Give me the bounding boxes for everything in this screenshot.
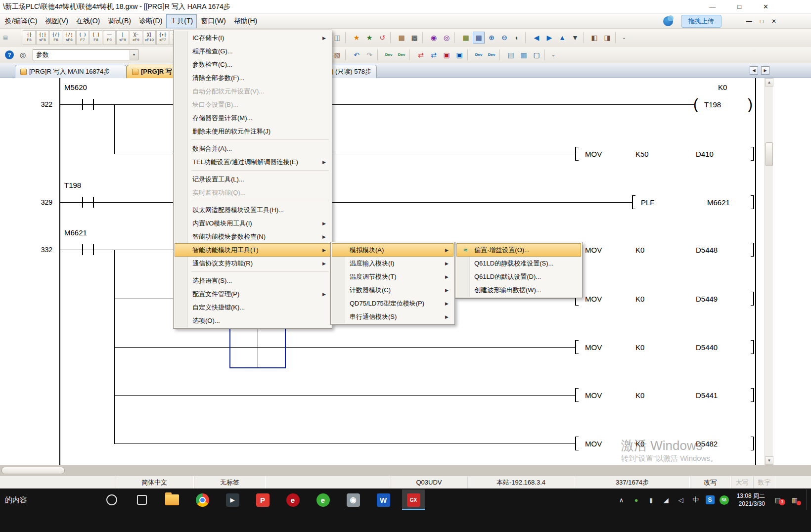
prev-device-icon[interactable]: ▲	[556, 32, 568, 44]
sogou-input-icon[interactable]: S	[706, 495, 715, 504]
device-display-off-icon[interactable]: Dev	[396, 49, 407, 61]
instruction-op[interactable]: PLF	[641, 198, 655, 207]
write-to-plc-icon[interactable]: ⇄	[415, 49, 427, 61]
menu-command[interactable]: Q61LD的静载校准设置(S)...	[456, 257, 581, 270]
menu-bar-item[interactable]: 调试(B)	[104, 14, 135, 28]
contact-symbol[interactable]	[93, 244, 94, 255]
chrome-icon[interactable]	[191, 489, 214, 510]
write-mode-icon[interactable]: ▦	[460, 32, 472, 44]
toolbar-icon[interactable]	[544, 49, 548, 60]
menu-command[interactable]: TEL功能设置/通过调制解调器连接(E) ▶	[175, 155, 331, 169]
combo-dropdown-icon[interactable]: ▼	[130, 50, 138, 60]
toolbar-icon[interactable]	[454, 32, 458, 43]
toolbar-icon[interactable]	[499, 49, 503, 60]
menu-command[interactable]: 记录设置工具(L)...	[175, 173, 331, 186]
media-player-icon[interactable]: ▶	[221, 489, 244, 510]
menu-command[interactable]	[175, 270, 331, 274]
device-list-icon[interactable]: ◎	[441, 32, 452, 44]
instruction-op[interactable]: MOV	[585, 391, 602, 399]
register-favorites-icon[interactable]: ★	[363, 32, 375, 44]
menu-command[interactable]: 实时监视功能(Q)...	[175, 186, 331, 199]
browser-app-icon[interactable]: e	[281, 489, 304, 510]
menu-command[interactable]	[175, 169, 331, 173]
display-screen-icon[interactable]: ▢	[531, 49, 542, 61]
ladder-symbol-button[interactable]: [ ] F8	[90, 30, 102, 45]
toolbar-icon[interactable]	[422, 32, 426, 43]
instruction-op[interactable]: MOV	[585, 150, 602, 158]
menu-command[interactable]: QD75/LD75型定位模块(P) ▶	[332, 297, 453, 310]
menu-command[interactable]: 内置I/O模块用工具(I) ▶	[175, 217, 331, 230]
toolbar-icon[interactable]	[390, 32, 394, 43]
ladder-symbol-button[interactable]: ┤├ F5	[23, 30, 36, 45]
ladder-edit-cursor[interactable]	[229, 325, 286, 368]
toolbar-overflow-icon[interactable]: ⌄	[550, 49, 557, 61]
verify-with-plc-icon[interactable]: ▣	[441, 49, 452, 61]
toolbar-icon[interactable]	[345, 49, 349, 60]
task-view-icon[interactable]	[131, 489, 153, 510]
entry-data-monitor-icon[interactable]: Dev	[486, 49, 497, 61]
device-comment-icon[interactable]: ▩	[408, 32, 420, 44]
contact-symbol[interactable]	[93, 197, 94, 208]
menu-command[interactable]: ≈ 偏置·增益设置(O)...	[456, 243, 581, 257]
menu-command[interactable]: 创建波形输出数据(W)...	[456, 283, 581, 297]
toolbar-icon[interactable]	[467, 49, 471, 60]
menu-command[interactable]	[175, 199, 331, 203]
device-batch-monitor-icon[interactable]: Dev	[473, 49, 485, 61]
tab-scroll-left-icon[interactable]: ◀	[750, 66, 758, 75]
document-tab[interactable]: [PRG]R 写入 MAIN 16874步	[15, 65, 127, 78]
menu-bar-item[interactable]: 换/编译(C)	[1, 14, 41, 28]
drag-upload-button[interactable]: 拖拽上传	[681, 15, 721, 28]
menu-command[interactable]: 智能功能模块用工具(T) ▶	[175, 243, 331, 257]
refresh-icon[interactable]: ↺	[376, 32, 388, 44]
hidden-icons-chevron[interactable]: ∧	[617, 496, 627, 504]
instruction-op[interactable]: MOV	[585, 343, 602, 352]
monitor-mode-icon[interactable]: ▦	[473, 32, 485, 44]
search-box-text[interactable]: 的内容	[2, 495, 27, 505]
toolbar-lead-icon[interactable]: ▤	[2, 32, 9, 44]
note-icon[interactable]: ◨	[601, 32, 613, 44]
ladder-symbol-button[interactable]: ┤/├ F6	[49, 30, 62, 45]
minimize-button[interactable]: —	[709, 3, 716, 10]
ime-language-icon[interactable]: 中	[691, 495, 701, 504]
toolbar-icon[interactable]	[377, 49, 381, 60]
green-browser-icon[interactable]: e	[312, 489, 334, 510]
gx-works2-icon[interactable]: GX	[402, 489, 425, 510]
menu-command[interactable]: 温度调节模块(T) ▶	[332, 270, 453, 283]
zoom-in-icon[interactable]: ⊕	[486, 32, 497, 44]
menu-bar-item[interactable]: 在线(O)	[72, 14, 104, 28]
parameter-combo[interactable]: 参数 ▼	[33, 49, 138, 60]
child-minimize-button[interactable]: —	[746, 18, 752, 25]
coil-device-label[interactable]: T198	[704, 100, 721, 109]
ladder-symbol-button[interactable]: ┤↑├ sF7	[156, 30, 169, 45]
sampling-trace-icon[interactable]: ▤	[505, 49, 517, 61]
toolbar-icon[interactable]	[345, 32, 349, 43]
security-tray-icon[interactable]: ●	[631, 496, 641, 504]
menu-command[interactable]: 存储器容量计算(M)...	[175, 111, 331, 125]
menu-bar-item[interactable]: 工具(T)	[166, 14, 197, 28]
tray-58-icon[interactable]: 58	[720, 495, 729, 505]
program-list-icon[interactable]: ▥	[518, 49, 530, 61]
menu-command[interactable]: 串行通信模块(S) ▶	[332, 310, 453, 323]
window-split-icon[interactable]: ◫	[331, 32, 343, 44]
file-explorer-icon[interactable]	[161, 489, 183, 510]
favorites-icon[interactable]: ★	[351, 32, 362, 44]
device-display-icon[interactable]: Dev	[383, 49, 395, 61]
menu-command[interactable]: 选项(O)...	[175, 314, 331, 327]
contact-symbol[interactable]	[82, 244, 83, 255]
child-close-button[interactable]: ✕	[771, 18, 776, 25]
redo-icon[interactable]: ↷	[363, 49, 375, 61]
instruction-op[interactable]: MOV	[585, 295, 602, 303]
toolbar-icon[interactable]	[525, 32, 529, 43]
contact-symbol[interactable]	[82, 197, 83, 208]
toolbar-icon[interactable]	[615, 32, 619, 43]
horizontal-scroll-thumb[interactable]	[1, 467, 65, 474]
menu-command[interactable]: 智能功能模块参数检查(N) ▶	[175, 230, 331, 243]
contact-symbol[interactable]	[93, 99, 94, 110]
volume-icon[interactable]: ◁	[676, 496, 686, 504]
horizontal-scrollbar[interactable]	[0, 465, 811, 476]
scroll-down-icon[interactable]: ▼	[765, 456, 773, 465]
ladder-symbol-button[interactable]: ┤/¦ sF6	[63, 30, 76, 45]
find-icon[interactable]: ◎	[17, 49, 29, 61]
red-app-icon[interactable]: P	[251, 489, 274, 510]
vertical-scrollbar[interactable]: ▲ ▼	[765, 78, 773, 465]
